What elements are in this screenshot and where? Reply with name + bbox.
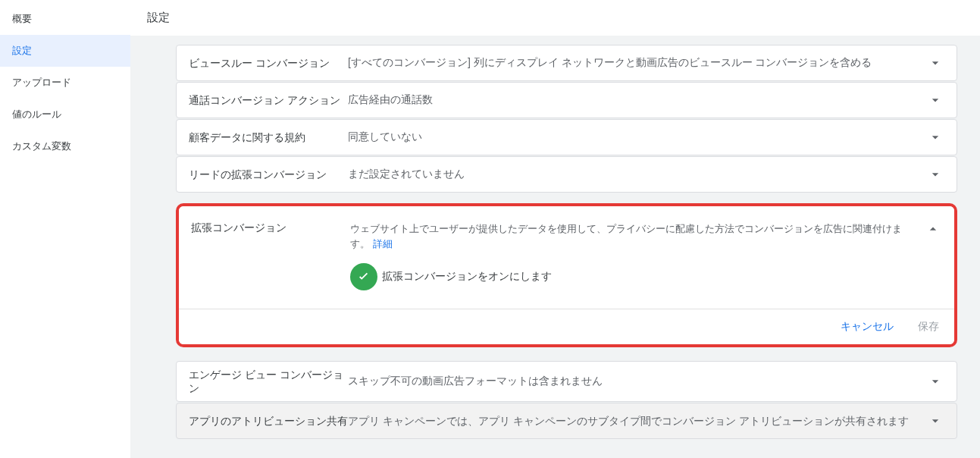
row-value: 広告経由の通話数	[348, 93, 926, 108]
chevron-down-icon	[926, 374, 944, 389]
row-leads-enhanced-conversion[interactable]: リードの拡張コンバージョン まだ設定されていません	[176, 156, 957, 193]
row-call-conversion[interactable]: 通話コンバージョン アクション 広告経由の通話数	[176, 82, 957, 118]
highlight-enhanced-conversion: 拡張コンバージョン ウェブサイト上でユーザーが提供したデータを使用して、プライバ…	[176, 203, 957, 347]
row-label: 顧客データに関する規約	[189, 130, 348, 144]
settings-content: ビュースルー コンバージョン [すべてのコンバージョン] 列にディスプレイ ネッ…	[130, 36, 980, 458]
page-title: 設定	[130, 0, 980, 36]
desc-text: ウェブサイト上でユーザーが提供したデータを使用して、プライバシーに配慮した方法で…	[350, 223, 902, 249]
sidebar-item-settings[interactable]: 設定	[0, 35, 130, 67]
row-value: [すべてのコンバージョン] 列にディスプレイ ネットワークと動画広告のビュースル…	[348, 55, 926, 71]
row-label: 通話コンバージョン アクション	[189, 93, 348, 107]
card-footer: キャンセル 保存	[179, 309, 954, 344]
toggle-row: 拡張コンバージョンをオンにします	[179, 257, 954, 309]
chevron-down-icon	[926, 93, 944, 108]
row-label: アプリのアトリビューション共有	[189, 414, 348, 428]
row-value: 同意していない	[348, 130, 926, 145]
sidebar-item-value-rules[interactable]: 値のルール	[0, 99, 130, 130]
row-value: アプリ キャンペーンでは、アプリ キャンペーンのサブタイプ間でコンバージョン ア…	[348, 414, 926, 429]
chevron-down-icon	[926, 55, 944, 71]
row-label: 拡張コンバージョン	[191, 221, 350, 235]
row-customer-data-terms[interactable]: 顧客データに関する規約 同意していない	[176, 119, 957, 155]
main: 設定 ビュースルー コンバージョン [すべてのコンバージョン] 列にディスプレイ…	[130, 0, 980, 458]
sidebar-item-overview[interactable]: 概要	[0, 3, 130, 35]
row-engage-view-conversion[interactable]: エンゲージ ビュー コンバージョン スキップ不可の動画広告フォーマットは含まれま…	[176, 361, 957, 402]
row-value: まだ設定されていません	[348, 167, 926, 182]
save-button: 保存	[918, 320, 939, 334]
row-value: スキップ不可の動画広告フォーマットは含まれません	[348, 374, 926, 389]
row-app-attribution-sharing[interactable]: アプリのアトリビューション共有 アプリ キャンペーンでは、アプリ キャンペーンの…	[176, 403, 957, 439]
checkmark-icon[interactable]	[350, 263, 377, 290]
sidebar-item-upload[interactable]: アップロード	[0, 67, 130, 99]
cancel-button[interactable]: キャンセル	[841, 320, 894, 334]
row-label: リードの拡張コンバージョン	[189, 168, 348, 181]
chevron-up-icon[interactable]	[924, 221, 942, 237]
row-label: エンゲージ ビュー コンバージョン	[189, 368, 348, 395]
row-label: ビュースルー コンバージョン	[189, 56, 348, 70]
row-view-through-conversion[interactable]: ビュースルー コンバージョン [すべてのコンバージョン] 列にディスプレイ ネッ…	[176, 45, 957, 81]
details-link[interactable]: 詳細	[373, 238, 393, 249]
sidebar-item-custom-vars[interactable]: カスタム変数	[0, 130, 130, 162]
chevron-down-icon	[926, 167, 944, 182]
toggle-label: 拡張コンバージョンをオンにします	[382, 270, 552, 284]
row-description: ウェブサイト上でユーザーが提供したデータを使用して、プライバシーに配慮した方法で…	[350, 221, 924, 251]
row-enhanced-conversion-expanded: 拡張コンバージョン ウェブサイト上でユーザーが提供したデータを使用して、プライバ…	[179, 206, 954, 344]
sidebar: 概要 設定 アップロード 値のルール カスタム変数	[0, 0, 130, 458]
chevron-down-icon	[926, 413, 944, 428]
chevron-down-icon	[926, 130, 944, 145]
